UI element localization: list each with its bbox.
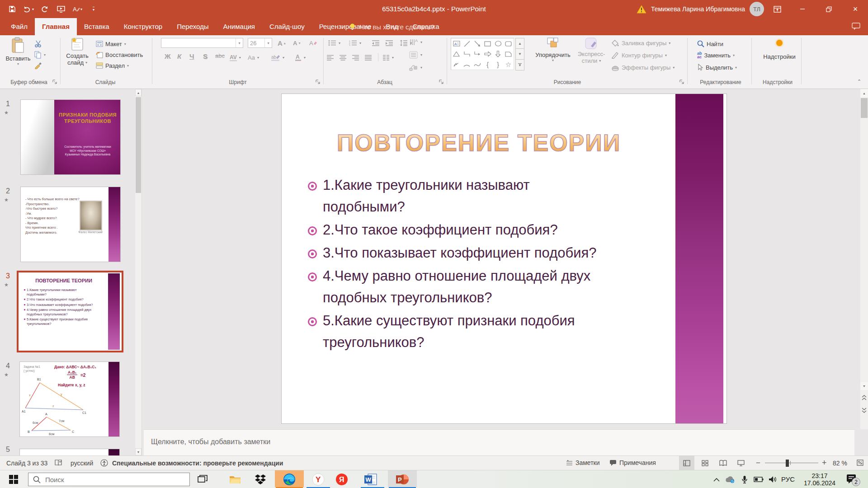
- text-shadow-button[interactable]: S: [203, 52, 208, 60]
- shape-curve[interactable]: [472, 59, 483, 70]
- convert-smartart-button[interactable]: ▾: [409, 62, 422, 72]
- volume-tray-icon[interactable]: [766, 470, 780, 488]
- zoom-in-button[interactable]: +: [822, 458, 827, 468]
- arrange-button[interactable]: Упорядочить ▾: [533, 37, 573, 62]
- shape-arrow[interactable]: [472, 38, 483, 49]
- shape-oval[interactable]: [493, 38, 504, 49]
- shapes-scroll-down-button[interactable]: ▼: [515, 49, 524, 60]
- normal-view-button[interactable]: [679, 456, 694, 470]
- clock[interactable]: 23:17 17.06.2024: [798, 472, 841, 487]
- powerpoint-button[interactable]: P: [392, 470, 413, 488]
- slide-bullet-list[interactable]: 1.Какие треугольники называют подобными?…: [308, 174, 601, 355]
- shape-outline-button[interactable]: Контур фигуры ▾: [611, 50, 667, 60]
- underline-button[interactable]: Ч: [189, 52, 194, 60]
- file-explorer-button[interactable]: [224, 470, 246, 488]
- taskbar-search[interactable]: [28, 473, 190, 486]
- tab-insert[interactable]: Вставка: [77, 18, 117, 35]
- avatar[interactable]: ТЛ: [750, 2, 764, 16]
- font-size-dropdown-icon[interactable]: ▾: [264, 38, 272, 47]
- zoom-out-button[interactable]: −: [756, 459, 760, 468]
- comments-toggle-button[interactable]: Примечания: [609, 459, 656, 466]
- smartart-dropdown-icon[interactable]: ▾: [420, 66, 422, 70]
- shape-right-arrow[interactable]: [482, 49, 493, 60]
- align-text-button[interactable]: ▾: [409, 50, 422, 60]
- cut-button[interactable]: [34, 39, 42, 49]
- layout-button[interactable]: Макет ▾: [96, 39, 126, 49]
- bullet-item[interactable]: 3.Что показывает коэффициент подобия?: [323, 242, 597, 264]
- zoom-slider-track[interactable]: [765, 463, 818, 463]
- text-direction-dropdown-icon[interactable]: ▾: [420, 40, 422, 44]
- slide-counter[interactable]: Слайд 3 из 33: [6, 460, 47, 467]
- thumbnail-slide-2[interactable]: - Что есть больше всего на свете? -Прост…: [20, 187, 121, 262]
- new-slide-dropdown-icon[interactable]: ▾: [85, 61, 87, 65]
- change-case-dropdown-icon[interactable]: ▾: [257, 56, 259, 60]
- thumbnail-panel-scrollbar[interactable]: ▲ ▼: [135, 89, 142, 455]
- bullet-item[interactable]: 5.Какие существуют признаки подобия треу…: [323, 310, 601, 353]
- font-color-dropdown-icon[interactable]: ▾: [304, 56, 306, 60]
- thumbnail-slide-5[interactable]: [19, 449, 120, 455]
- thumbnail-slide-3-selected[interactable]: ПОВТОРЕНИЕ ТЕОРИИ 1.Какие треугольники н…: [17, 271, 123, 352]
- decrease-indent-button[interactable]: [372, 38, 380, 48]
- font-name-combo[interactable]: ▾: [161, 38, 243, 48]
- next-slide-button[interactable]: [861, 407, 867, 413]
- columns-button[interactable]: ▾: [382, 52, 394, 62]
- select-dropdown-icon[interactable]: ▾: [735, 66, 737, 70]
- shape-left-brace[interactable]: {: [482, 59, 493, 70]
- editor-scrollbar-thumb[interactable]: [861, 98, 868, 118]
- align-text-dropdown-icon[interactable]: ▾: [420, 53, 422, 57]
- decrease-font-size-button[interactable]: A▾: [293, 38, 300, 48]
- format-painter-button[interactable]: [34, 61, 42, 70]
- font-name-dropdown-icon[interactable]: ▾: [236, 38, 243, 47]
- justify-button[interactable]: [364, 52, 372, 62]
- scroll-down-button[interactable]: ▼: [135, 448, 142, 455]
- align-center-button[interactable]: [339, 52, 347, 62]
- yandex-app-button[interactable]: Я: [331, 470, 353, 488]
- character-spacing-dropdown-icon[interactable]: ▾: [239, 56, 241, 60]
- addins-button[interactable]: Надстройки: [760, 38, 799, 60]
- close-button[interactable]: ×: [848, 0, 863, 18]
- shape-fill-button[interactable]: Заливка фигуры ▾: [611, 38, 670, 48]
- find-button[interactable]: Найти: [697, 39, 723, 49]
- start-button[interactable]: [3, 470, 24, 488]
- tab-animations[interactable]: Анимация: [216, 18, 262, 35]
- editor-scrollbar[interactable]: ▲ ▼: [860, 89, 868, 429]
- text-highlight-dropdown-icon[interactable]: ▾: [283, 56, 284, 60]
- font-color-button[interactable]: А ▾: [295, 52, 306, 62]
- slide-title[interactable]: ПОВТОРЕНИЕ ТЕОРИИ: [282, 129, 676, 156]
- font-dialog-launcher[interactable]: [316, 80, 321, 85]
- quick-styles-button[interactable]: Экспресс- стили▾: [574, 37, 609, 64]
- section-dropdown-icon[interactable]: ▾: [127, 64, 129, 68]
- bullet-item[interactable]: 4.Чему равно отношение площадей двух под…: [323, 265, 601, 309]
- scroll-up-button[interactable]: ▲: [135, 89, 142, 96]
- reading-view-button[interactable]: [715, 456, 731, 470]
- shape-down-arrow[interactable]: [493, 49, 504, 60]
- character-spacing-button[interactable]: AV ▾: [230, 52, 241, 62]
- zoom-percentage[interactable]: 82 %: [833, 460, 847, 467]
- reset-slide-button[interactable]: Восстановить: [96, 50, 143, 60]
- search-input[interactable]: [44, 475, 173, 484]
- bold-button[interactable]: Ж: [165, 52, 171, 60]
- increase-indent-button[interactable]: [385, 38, 393, 48]
- tab-home[interactable]: Главная: [35, 18, 77, 35]
- clipboard-dialog-launcher[interactable]: [52, 80, 58, 85]
- user-name[interactable]: Темижева Ларина Ибрагимовна: [651, 5, 745, 13]
- yandex-browser-button[interactable]: Y: [307, 470, 329, 488]
- shape-elbow-arrow-connector[interactable]: [472, 49, 483, 60]
- notes-placeholder[interactable]: Щелкните, чтобы добавить заметки: [151, 438, 270, 446]
- shape-triangle[interactable]: [451, 49, 462, 60]
- collapse-ribbon-button[interactable]: ⌃: [857, 79, 861, 84]
- accessibility-button[interactable]: [100, 459, 108, 467]
- thumbnail-slide-4[interactable]: Задача №1 ( устно) Дано: ΔАВС~ ΔА₁В₁С₁ А…: [19, 361, 120, 437]
- editor-scroll-up-button[interactable]: ▲: [860, 89, 868, 97]
- zoom-slider-handle[interactable]: [786, 460, 789, 467]
- battery-tray-icon[interactable]: [751, 470, 766, 488]
- microphone-tray-icon[interactable]: [738, 470, 751, 488]
- align-left-button[interactable]: [326, 52, 334, 62]
- notes-pane[interactable]: Щелкните, чтобы добавить заметки: [144, 429, 854, 456]
- copy-dropdown-icon[interactable]: ▾: [44, 53, 46, 57]
- feedback-button[interactable]: [852, 23, 860, 30]
- bullet-item[interactable]: 2.Что такое коэффициент подобия?: [323, 219, 558, 241]
- quick-styles-dropdown-icon[interactable]: ▾: [599, 59, 601, 63]
- increase-font-size-button[interactable]: A▴: [278, 38, 286, 48]
- replace-button[interactable]: abac Заменить ▾: [697, 50, 735, 60]
